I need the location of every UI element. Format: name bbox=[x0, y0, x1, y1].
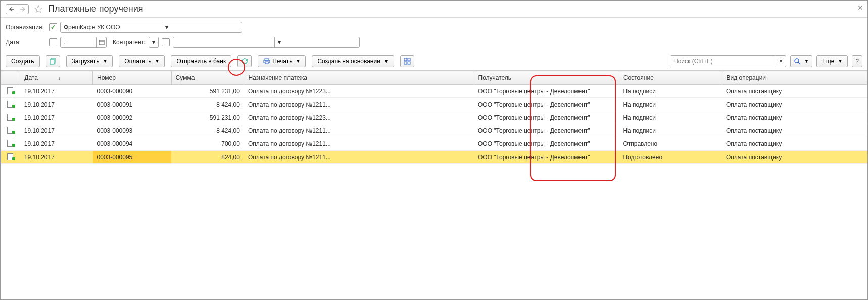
cell-recipient: ООО "Торговые центры - Девелопмент" bbox=[474, 137, 619, 151]
row-status-icon bbox=[1, 151, 20, 164]
date-input[interactable]: . . bbox=[60, 37, 107, 48]
row-status-icon bbox=[1, 137, 20, 151]
pay-label: Оплатить bbox=[124, 58, 151, 65]
cell-operation: Оплата поставщику bbox=[722, 137, 867, 151]
svg-rect-3 bbox=[50, 59, 54, 64]
cell-purpose: Оплата по договору №1223... bbox=[244, 111, 474, 124]
svg-line-12 bbox=[798, 62, 800, 64]
create-based-on-button[interactable]: Создать на основании▼ bbox=[312, 55, 394, 67]
cell-number: 0003-000091 bbox=[93, 98, 172, 111]
cell-sum: 8 424,00 bbox=[171, 98, 244, 111]
cell-status: Подготовлено bbox=[619, 151, 722, 164]
row-status-icon bbox=[1, 124, 20, 137]
cell-number: 0003-000090 bbox=[93, 85, 172, 98]
table-row[interactable]: 19.10.20170003-000094700,00Оплата по дог… bbox=[1, 137, 867, 151]
create-based-label: Создать на основании bbox=[317, 58, 380, 65]
send-to-bank-button[interactable]: Отправить в банк bbox=[171, 55, 231, 67]
date-value: . . bbox=[61, 37, 96, 47]
counterparty-combo[interactable]: ▾ bbox=[173, 37, 360, 48]
table-row[interactable]: 19.10.20170003-0000918 424,00Оплата по д… bbox=[1, 98, 867, 111]
col-number-header[interactable]: Номер bbox=[93, 71, 172, 85]
help-button[interactable]: ? bbox=[852, 55, 862, 67]
counterparty-filter-checkbox[interactable] bbox=[162, 38, 170, 46]
load-button[interactable]: Загрузить▼ bbox=[66, 55, 113, 67]
search-button[interactable]: ▼ bbox=[790, 55, 812, 67]
copy-button[interactable] bbox=[46, 55, 60, 67]
cell-operation: Оплата поставщику bbox=[722, 98, 867, 111]
cell-sum: 591 231,00 bbox=[171, 85, 244, 98]
print-button[interactable]: Печать▼ bbox=[258, 55, 306, 67]
documents-table: Дата↓ Номер Сумма Назначение платежа Пол… bbox=[1, 71, 867, 164]
cell-date: 19.10.2017 bbox=[20, 85, 93, 98]
table-row[interactable]: 19.10.20170003-0000938 424,00Оплата по д… bbox=[1, 124, 867, 137]
cell-recipient: ООО "Торговые центры - Девелопмент" bbox=[474, 124, 619, 137]
cell-date: 19.10.2017 bbox=[20, 98, 93, 111]
cell-sum: 824,00 bbox=[171, 151, 244, 164]
cell-recipient: ООО "Торговые центры - Девелопмент" bbox=[474, 98, 619, 111]
search-field[interactable]: × bbox=[670, 55, 786, 67]
org-combo[interactable]: ФрешКафе УК ООО ▾ bbox=[60, 22, 242, 33]
pay-button[interactable]: Оплатить▼ bbox=[119, 55, 165, 67]
cell-number: 0003-000092 bbox=[93, 111, 172, 124]
cell-recipient: ООО "Торговые центры - Девелопмент" bbox=[474, 111, 619, 124]
cell-status: На подписи bbox=[619, 85, 722, 98]
chevron-down-icon[interactable]: ▾ bbox=[149, 37, 158, 47]
nav-forward-button[interactable] bbox=[17, 5, 28, 14]
nav-buttons bbox=[6, 4, 29, 14]
cell-purpose: Оплата по договору №1211... bbox=[244, 151, 474, 164]
create-label: Создать bbox=[11, 58, 34, 65]
cell-operation: Оплата поставщику bbox=[722, 85, 867, 98]
cell-sum: 8 424,00 bbox=[171, 124, 244, 137]
col-purpose-header[interactable]: Назначение платежа bbox=[244, 71, 474, 85]
cell-sum: 591 231,00 bbox=[171, 111, 244, 124]
cell-operation: Оплата поставщику bbox=[722, 151, 867, 164]
col-sum-header[interactable]: Сумма bbox=[171, 71, 244, 85]
page-title: Платежные поручения bbox=[48, 4, 143, 14]
table-row[interactable]: 19.10.20170003-000095824,00Оплата по дог… bbox=[1, 151, 867, 164]
table-row[interactable]: 19.10.20170003-000092591 231,00Оплата по… bbox=[1, 111, 867, 124]
chevron-down-icon[interactable]: ▾ bbox=[162, 22, 171, 32]
cell-recipient: ООО "Торговые центры - Девелопмент" bbox=[474, 151, 619, 164]
date-filter-checkbox[interactable] bbox=[49, 38, 57, 46]
svg-rect-10 bbox=[408, 62, 410, 64]
cell-operation: Оплата поставщику bbox=[722, 124, 867, 137]
col-recipient-header[interactable]: Получатель bbox=[474, 71, 619, 85]
cell-status: На подписи bbox=[619, 124, 722, 137]
structure-button[interactable] bbox=[400, 55, 414, 67]
org-combo-value: ФрешКафе УК ООО bbox=[61, 22, 162, 32]
col-icon-header[interactable] bbox=[1, 71, 20, 85]
counterparty-value bbox=[173, 37, 274, 47]
close-button[interactable]: ✕ bbox=[857, 4, 863, 12]
search-input[interactable] bbox=[670, 56, 776, 67]
cell-date: 19.10.2017 bbox=[20, 151, 93, 164]
chevron-down-icon[interactable]: ▾ bbox=[274, 37, 283, 47]
cell-number: 0003-000095 bbox=[93, 151, 172, 164]
create-button[interactable]: Создать bbox=[6, 55, 40, 67]
row-status-icon bbox=[1, 85, 20, 98]
more-button[interactable]: Еще▼ bbox=[816, 55, 848, 67]
date-label: Дата: bbox=[6, 39, 46, 46]
nav-back-button[interactable] bbox=[6, 5, 17, 14]
col-status-header[interactable]: Состояние bbox=[619, 71, 722, 85]
cell-purpose: Оплата по договору №1211... bbox=[244, 124, 474, 137]
counterparty-type-combo[interactable]: ▾ bbox=[149, 37, 159, 48]
star-icon[interactable] bbox=[34, 5, 48, 14]
refresh-button[interactable] bbox=[237, 55, 252, 67]
cell-number: 0003-000094 bbox=[93, 137, 172, 151]
send-label: Отправить в банк bbox=[176, 58, 226, 65]
print-label: Печать bbox=[272, 58, 292, 65]
cell-date: 19.10.2017 bbox=[20, 124, 93, 137]
cell-purpose: Оплата по договору №1211... bbox=[244, 98, 474, 111]
cell-recipient: ООО "Торговые центры - Девелопмент" bbox=[474, 85, 619, 98]
col-operation-header[interactable]: Вид операции bbox=[722, 71, 867, 85]
calendar-icon[interactable] bbox=[96, 37, 106, 47]
svg-rect-9 bbox=[404, 62, 407, 64]
svg-rect-0 bbox=[99, 40, 104, 45]
org-filter-checkbox[interactable] bbox=[49, 23, 57, 31]
col-date-header[interactable]: Дата↓ bbox=[20, 71, 93, 85]
row-status-icon bbox=[1, 98, 20, 111]
table-row[interactable]: 19.10.20170003-000090591 231,00Оплата по… bbox=[1, 85, 867, 98]
counterparty-label: Контрагент: bbox=[113, 39, 146, 46]
svg-rect-7 bbox=[404, 58, 407, 61]
search-clear-icon[interactable]: × bbox=[776, 56, 786, 67]
